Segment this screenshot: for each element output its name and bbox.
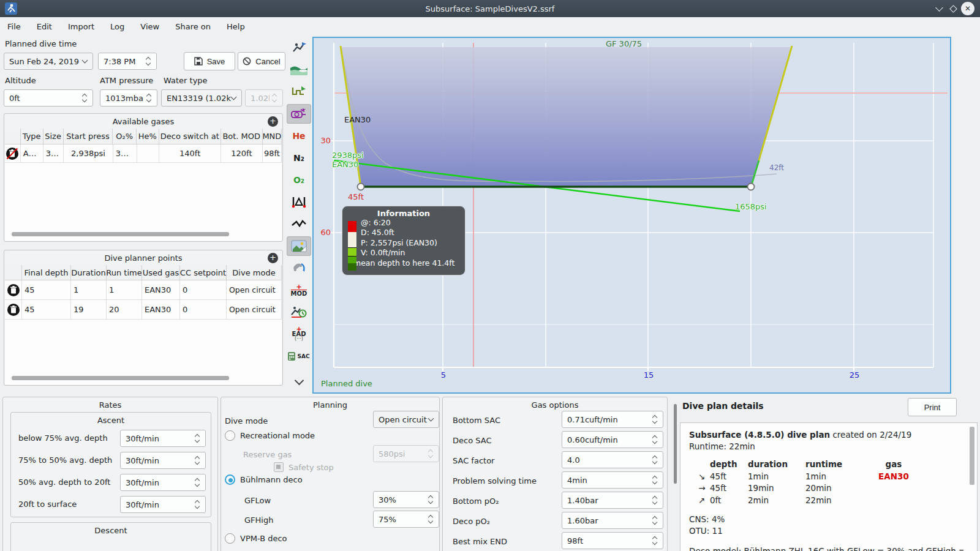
deco-sac-stepper[interactable]: 0.60cuft/min (562, 431, 663, 448)
heartrate-icon[interactable] (287, 214, 311, 234)
close-icon[interactable]: ✕ (961, 2, 974, 15)
delete-point-icon[interactable] (7, 304, 20, 316)
gases-hscrollbar[interactable] (12, 232, 229, 236)
menu-edit[interactable]: Edit (37, 22, 52, 31)
profile-ruler-icon[interactable] (287, 82, 311, 102)
waves-icon[interactable] (287, 60, 311, 80)
bottom-sac-stepper[interactable]: 0.71cuft/min (562, 411, 663, 428)
col-size[interactable]: Size (43, 129, 64, 144)
col-final-depth[interactable]: Final depth (22, 265, 71, 280)
cell-used-gas[interactable]: EAN30 (142, 300, 180, 320)
print-button[interactable]: Print (908, 398, 957, 416)
cell-dive-mode[interactable]: Open circuit (227, 280, 282, 300)
cell-deco-switch[interactable]: 140ft (159, 144, 221, 163)
col-cc-setpoint[interactable]: CC setpoint (180, 265, 227, 280)
cell-bot-mod[interactable]: 120ft (221, 144, 263, 163)
point-row[interactable]: 45 1 1 EAN30 0 Open circuit (5, 280, 282, 300)
dive-planner-icon[interactable] (287, 38, 311, 58)
gflow-stepper[interactable]: 30% (373, 491, 439, 508)
cell-duration[interactable]: 19 (71, 300, 107, 320)
point-row[interactable]: 45 19 20 EAN30 0 Open circuit (5, 300, 282, 320)
ascent-rate-stepper[interactable]: 30ft/min (120, 496, 206, 513)
ead-toggle-icon[interactable]: + EAD (···) (287, 324, 311, 344)
ascent-rate-stepper[interactable]: 30ft/min (120, 474, 206, 491)
he-toggle-icon[interactable]: He (287, 126, 311, 146)
add-gas-button[interactable]: + (268, 116, 278, 127)
col-type[interactable]: Type (21, 129, 43, 144)
menu-file[interactable]: File (7, 22, 21, 31)
cell-mnd[interactable]: 98ft (263, 144, 282, 163)
maximize-icon[interactable] (948, 4, 958, 13)
bottom-panel-scrollbar[interactable] (674, 404, 677, 484)
cell-o2[interactable]: 3… (113, 144, 137, 163)
ascent-rate-stepper[interactable]: 30ft/min (120, 430, 206, 447)
altitude-stepper[interactable]: 0ft (4, 89, 93, 107)
date-picker[interactable]: Sun Feb 24, 2019 (4, 53, 93, 70)
delete-point-icon[interactable] (7, 284, 20, 296)
col-deco-switch[interactable]: Deco switch at (159, 129, 221, 144)
vpmb-deco-radio[interactable]: VPM-B deco (225, 533, 287, 544)
sac-toggle-icon[interactable]: SAC (287, 347, 311, 366)
time-stepper[interactable]: 7:38 PM (98, 53, 157, 70)
plan-scrollbar[interactable] (970, 427, 974, 485)
points-hscrollbar[interactable] (12, 376, 229, 380)
cell-cc-setpoint[interactable]: 0 (180, 280, 227, 300)
cell-size[interactable]: 3… (43, 144, 64, 163)
save-button[interactable]: Save (184, 52, 235, 70)
ndl-icon[interactable] (287, 302, 311, 322)
menu-share-on[interactable]: Share on (175, 22, 211, 31)
menu-log[interactable]: Log (110, 22, 124, 31)
cell-final-depth[interactable]: 45 (22, 300, 71, 320)
cell-duration[interactable]: 1 (71, 280, 107, 300)
buhlmann-deco-radio[interactable]: Bühlmann deco (225, 474, 303, 485)
sac-factor-stepper[interactable]: 4.0 (562, 451, 663, 468)
recreational-mode-radio[interactable]: Recreational mode (225, 430, 315, 441)
col-run-time[interactable]: Run time (107, 265, 142, 280)
cell-final-depth[interactable]: 45 (22, 280, 71, 300)
cell-he[interactable] (137, 144, 160, 163)
cell-cc-setpoint[interactable]: 0 (180, 300, 227, 320)
diver-rotation-icon[interactable] (287, 258, 311, 278)
gfhigh-stepper[interactable]: 75% (373, 511, 439, 528)
atm-pressure-stepper[interactable]: 1013mbar (100, 89, 157, 107)
bottom-po2-stepper[interactable]: 1.40bar (562, 492, 663, 509)
cell-run-time[interactable]: 20 (107, 300, 142, 320)
menu-import[interactable]: Import (68, 22, 94, 31)
information-tooltip[interactable]: Information @: 6:20 D: 45.0ft P: 2,557ps… (342, 206, 466, 276)
problem-solving-time-stepper[interactable]: 4min (562, 471, 663, 489)
waypoint-handle[interactable] (358, 184, 364, 190)
menu-view[interactable]: View (140, 22, 159, 31)
col-mnd[interactable]: MND (263, 129, 282, 144)
add-point-button[interactable]: + (268, 253, 278, 263)
cell-used-gas[interactable]: EAN30 (142, 280, 180, 300)
cell-start-press[interactable]: 2,938psi (64, 144, 113, 163)
cancel-button[interactable]: Cancel (238, 52, 285, 70)
dive-mode-select[interactable]: Open circuit (373, 411, 439, 428)
waypoint-handle[interactable] (748, 184, 755, 190)
dive-profile-chart[interactable]: GF 30/75 30 60 EAN30 2938psi EAN30 45ft … (312, 37, 951, 394)
menu-help[interactable]: Help (227, 22, 245, 31)
deco-po2-stepper[interactable]: 1.60bar (562, 512, 663, 529)
mod-toggle-icon[interactable]: + MOD (287, 280, 311, 300)
delete-gas-icon[interactable] (6, 148, 18, 160)
cell-run-time[interactable]: 1 (107, 280, 142, 300)
col-bot-mod[interactable]: Bot. MOD (221, 129, 263, 144)
gas-row[interactable]: A… 3… 2,938psi 3… 140ft 120ft 98ft (5, 144, 282, 163)
o2-toggle-icon[interactable]: O₂ (287, 170, 311, 190)
col-duration[interactable]: Duration (71, 265, 107, 280)
best-mix-end-stepper[interactable]: 98ft (562, 532, 663, 549)
minimize-icon[interactable] (933, 4, 944, 13)
col-used-gas[interactable]: Used gas (142, 265, 180, 280)
toolbar-scroll-down-icon[interactable] (287, 372, 311, 392)
col-start-press[interactable]: Start press (64, 129, 113, 144)
n2-toggle-icon[interactable]: N₂ (287, 148, 311, 168)
tank-bar-icon[interactable] (287, 104, 311, 124)
cell-type[interactable]: A… (21, 144, 43, 163)
col-he[interactable]: He% (137, 129, 159, 144)
cell-dive-mode[interactable]: Open circuit (227, 300, 282, 320)
col-o2[interactable]: O₂% (113, 129, 137, 144)
ceiling-delta-icon[interactable] (287, 192, 311, 212)
ascent-rate-stepper[interactable]: 30ft/min (120, 452, 206, 469)
water-type-select[interactable]: EN13319 (1.02k (161, 89, 242, 107)
photos-icon[interactable] (287, 236, 311, 256)
